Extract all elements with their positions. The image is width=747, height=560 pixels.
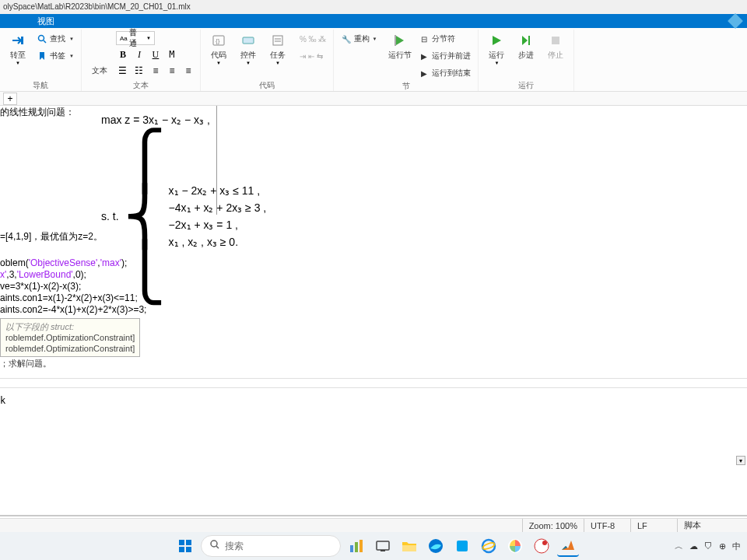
svg-rect-23: [402, 545, 416, 551]
ribbon-group-section: 🔧 重构▼ 运行节 ⊟分节符 ▶运行并前进 ▶运行到结束 节: [334, 30, 479, 91]
status-encoding[interactable]: UTF-8: [584, 519, 630, 532]
run-to-end-button[interactable]: ▶运行到结束: [416, 65, 473, 81]
taskbar-app-5[interactable]: [531, 535, 552, 557]
text-button[interactable]: 文本: [86, 31, 113, 78]
start-button[interactable]: [174, 535, 196, 557]
svg-rect-10: [528, 36, 530, 45]
task-icon: [270, 33, 286, 48]
code-icon: {}: [211, 33, 226, 48]
scroll-down-button[interactable]: ▾: [736, 456, 745, 465]
search-icon: [209, 539, 220, 553]
windows-taskbar: ︿ ☁ ⛉ ⊕ 中: [0, 532, 747, 560]
taskbar-search[interactable]: [201, 535, 341, 557]
ribbon-group-text: 文本 Aa普通▼ B I U M ☰ ☷ ≡ ≡ ≡: [82, 30, 201, 91]
svg-text:{}: {}: [216, 37, 220, 44]
tab-view[interactable]: 视图: [23, 14, 68, 28]
ribbon-group-nav: 转至 ▼ 查找▼ 书签▼ 导航: [0, 30, 82, 91]
taskbar-app-2[interactable]: [372, 535, 394, 557]
svg-rect-15: [186, 547, 191, 552]
control-icon: [240, 33, 256, 48]
play-icon: [489, 33, 504, 48]
constraint-2: −4x₁ + x₂ + 2x₃ ≥ 3 ,: [169, 201, 267, 214]
constraint-3: −2x₁ + x₃ = 1 ,: [169, 219, 267, 231]
editor-area[interactable]: 的线性规划问题： max z = 3x₁ − x₂ − x₃ , s. t. ⎧…: [0, 106, 747, 516]
indent-button: ⇥ ⇤ ⇆: [297, 48, 328, 64]
refactor-button[interactable]: 🔧 重构▼: [338, 31, 379, 47]
taskbar-explorer[interactable]: [398, 535, 420, 557]
italic-button[interactable]: I: [132, 47, 146, 61]
stop-button[interactable]: 停止: [542, 31, 569, 62]
bookmark-button[interactable]: 书签▼: [34, 48, 76, 64]
window-title: olySpace\MatLab\R2023b\bin\MCM_20_CH01_0…: [3, 2, 191, 11]
svg-rect-20: [359, 540, 363, 552]
goto-button[interactable]: 转至 ▼: [5, 31, 31, 67]
svg-line-2: [44, 40, 46, 43]
taskbar-app-1[interactable]: [345, 535, 367, 557]
code-button[interactable]: {} 代码 ▼: [205, 31, 232, 67]
align-left-button[interactable]: ≡: [149, 64, 163, 78]
goto-icon: [10, 33, 26, 48]
taskbar-ie[interactable]: [478, 535, 500, 557]
stop-icon: [548, 33, 563, 48]
bold-button[interactable]: B: [116, 47, 130, 61]
tray-lang[interactable]: 中: [732, 541, 741, 552]
svg-rect-5: [243, 37, 254, 44]
chevron-up-icon[interactable]: ︿: [675, 541, 683, 552]
svg-rect-12: [179, 540, 184, 545]
svg-rect-11: [552, 37, 559, 44]
task-button[interactable]: 任务 ▼: [265, 31, 291, 67]
svg-rect-6: [273, 36, 282, 45]
run-advance-button[interactable]: ▶运行并前进: [416, 48, 473, 64]
constraint-4: x₁ , x₂ , x₃ ≥ 0.: [169, 236, 267, 248]
objective-equation: max z = 3x₁ − x₂ − x₃ ,: [101, 114, 266, 126]
output-variable: k: [0, 395, 5, 406]
run-button[interactable]: 运行 ▼: [483, 31, 510, 67]
tray-icon-1[interactable]: ☁: [689, 541, 698, 551]
constraint-1: x₁ − 2x₂ + x₃ ≤ 11 ,: [169, 184, 267, 197]
document-tabstrip: +: [0, 92, 747, 106]
svg-rect-18: [350, 545, 353, 552]
section-break-button[interactable]: ⊟分节符: [416, 31, 473, 47]
status-mode[interactable]: 脚本: [677, 519, 747, 532]
code-block[interactable]: oblem('ObjectiveSense','max'); x',3,'Low…: [0, 257, 146, 316]
status-zoom[interactable]: Zoom: 100%: [522, 519, 584, 532]
intellisense-tooltip: 以下字段的 struct: roblemdef.OptimizationCons…: [0, 318, 140, 357]
search-input[interactable]: [225, 541, 318, 551]
bullet-list-button[interactable]: ☰: [116, 64, 130, 78]
ribbon-toolbar: 转至 ▼ 查找▼ 书签▼ 导航 文本 Aa普通▼: [0, 28, 747, 92]
svg-line-17: [216, 546, 219, 548]
refactor-icon: 🔧: [341, 33, 352, 44]
control-button[interactable]: 控件 ▼: [235, 31, 261, 67]
status-eol[interactable]: LF: [630, 519, 677, 532]
comment-button: % ‰ ⁂: [297, 31, 328, 47]
svg-rect-19: [355, 542, 358, 552]
taskbar-edge[interactable]: [425, 535, 447, 557]
find-button[interactable]: 查找▼: [34, 31, 76, 47]
style-combo[interactable]: Aa普通▼: [116, 31, 155, 45]
run-section-button[interactable]: 运行节: [387, 31, 413, 62]
number-list-button[interactable]: ☷: [132, 64, 146, 78]
svg-rect-9: [395, 35, 396, 46]
taskbar-app-3[interactable]: [451, 535, 473, 557]
svg-rect-21: [377, 541, 389, 550]
taskbar-matlab[interactable]: [557, 535, 579, 557]
tray-icon-3[interactable]: ⊕: [719, 541, 726, 551]
help-icon[interactable]: [728, 13, 743, 29]
align-right-button[interactable]: ≡: [181, 64, 195, 78]
search-icon: [37, 33, 47, 44]
taskbar-app-4[interactable]: [504, 535, 526, 557]
underline-button[interactable]: U: [149, 47, 163, 61]
split-icon: ⊟: [419, 33, 430, 44]
tray-icon-2[interactable]: ⛉: [704, 541, 713, 551]
step-button[interactable]: 步进: [513, 31, 539, 62]
svg-rect-14: [179, 547, 184, 552]
svg-rect-13: [186, 540, 191, 545]
align-center-button[interactable]: ≡: [165, 64, 179, 78]
mono-button[interactable]: M: [165, 47, 179, 61]
result-text: =[4,1,9]，最优值为z=2。: [0, 230, 103, 243]
svg-point-16: [211, 541, 217, 547]
header-fragment: 的线性规划问题：: [0, 106, 75, 119]
new-tab-button[interactable]: +: [3, 93, 17, 105]
system-tray[interactable]: ︿ ☁ ⛉ ⊕ 中: [675, 541, 741, 552]
divider: [0, 387, 747, 388]
